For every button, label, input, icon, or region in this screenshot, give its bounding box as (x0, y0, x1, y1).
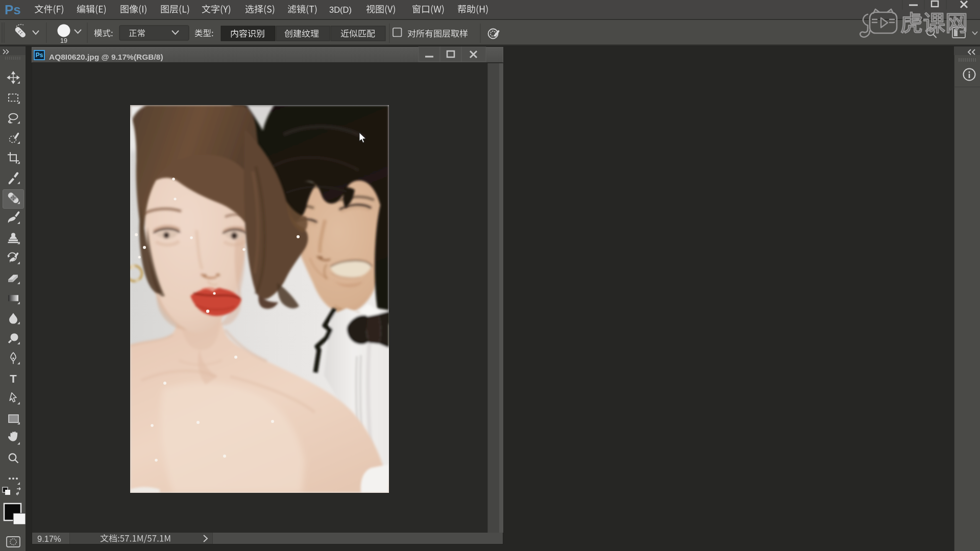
svg-text:9.17%: 9.17% (37, 534, 61, 543)
svg-text:AQ8I0620.jpg @ 9.17%(RGB/8): AQ8I0620.jpg @ 9.17%(RGB/8) (49, 53, 163, 61)
svg-text:T: T (10, 372, 17, 385)
svg-text:19: 19 (60, 37, 67, 44)
svg-text:3D(D): 3D(D) (329, 5, 352, 14)
svg-text:Ps: Ps (5, 2, 21, 17)
